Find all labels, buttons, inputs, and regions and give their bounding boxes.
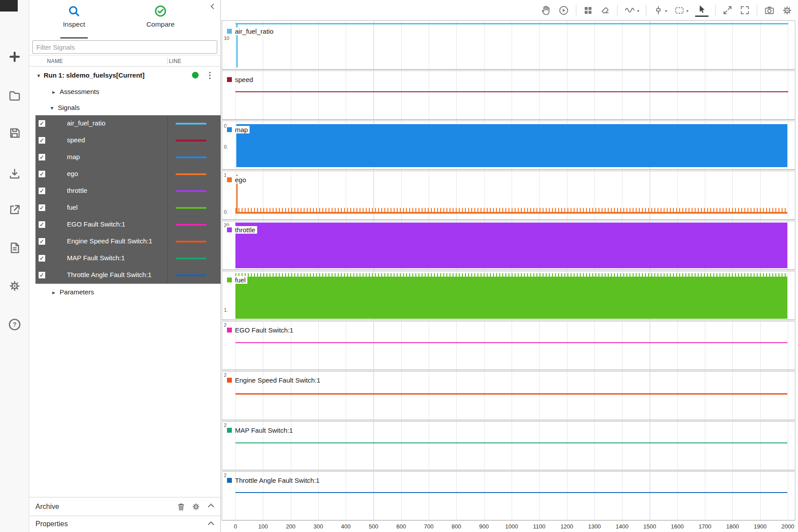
signal-name: speed [67, 136, 163, 144]
import-icon [8, 167, 21, 180]
x-tick: 1900 [754, 523, 767, 530]
signal-checkbox[interactable] [38, 221, 46, 228]
x-tick: 1300 [588, 523, 601, 530]
pointer-tool-button[interactable] [695, 4, 708, 17]
run-row[interactable]: Run 1: sldemo_fuelsys[Current] [29, 66, 220, 83]
subplot-throttle-angle-fault-switch[interactable]: 2 Throttle Angle Fault Switch:1 [222, 471, 795, 520]
signal-checkbox[interactable] [38, 120, 46, 127]
signal-line-sample [176, 156, 207, 158]
signal-trace [235, 342, 787, 344]
signal-row[interactable]: fuel [35, 200, 221, 216]
fullscreen-button[interactable] [739, 5, 750, 16]
signal-row[interactable]: Engine Speed Fault Switch:1 [35, 233, 221, 250]
signal-line-sample [176, 140, 207, 141]
signal-name: Engine Speed Fault Switch:1 [67, 237, 163, 245]
signal-row[interactable]: throttle [35, 183, 221, 200]
subplot-speed[interactable]: speed [222, 70, 795, 120]
collapse-panel-button[interactable] [208, 2, 217, 11]
subplot-fuel[interactable]: 1. fuel [222, 271, 795, 320]
column-header-line: LINE [169, 58, 181, 64]
import-button[interactable] [6, 165, 23, 183]
signal-display-button[interactable] [624, 4, 639, 16]
open-button[interactable] [6, 86, 23, 104]
subplot-throttle[interactable]: 20 throttle [222, 221, 795, 270]
archive-trash-button[interactable] [176, 502, 186, 512]
subplot-ego-fault-switch[interactable]: 2 EGO Fault Switch:1 [222, 321, 795, 370]
legend-swatch-icon [227, 29, 232, 34]
signal-row[interactable]: speed [35, 132, 221, 149]
signal-row[interactable]: air_fuel_ratio [35, 115, 221, 132]
group-assessments[interactable]: Assessments [29, 83, 220, 99]
column-divider [167, 166, 168, 183]
replay-button[interactable] [558, 5, 569, 16]
group-signals[interactable]: Signals [29, 99, 220, 115]
subplot-map-fault-switch[interactable]: 2 MAP Fault Switch:1 [222, 421, 795, 470]
signal-row[interactable]: map [35, 149, 221, 166]
signal-checkbox[interactable] [38, 187, 46, 195]
help-button[interactable]: ? [6, 316, 23, 333]
signal-name: fuel [67, 203, 163, 211]
signal-row[interactable]: ego [35, 166, 221, 183]
subplot-ego[interactable]: 1. 0. ego [222, 171, 795, 220]
legend-label: Engine Speed Fault Switch:1 [235, 376, 321, 384]
clear-plots-button[interactable] [600, 5, 610, 16]
table-header: NAME LINE [29, 55, 220, 66]
signal-line-sample [176, 224, 207, 226]
chevron-up-icon[interactable] [208, 521, 214, 528]
chevron-down-icon[interactable] [37, 71, 40, 79]
chevron-right-icon[interactable] [52, 288, 55, 296]
chevron-down-icon [636, 6, 639, 14]
signal-line-sample [176, 241, 207, 243]
legend-label: map [235, 126, 248, 133]
signal-line-sample [176, 274, 207, 276]
inspect-panel: Inspect Compare NAME LINE Run 1: sldemo_… [29, 0, 221, 532]
signal-row[interactable]: MAP Fault Switch:1 [35, 250, 221, 267]
column-divider [167, 233, 168, 250]
tab-compare[interactable]: Compare [134, 4, 187, 28]
chevron-down-icon[interactable] [51, 104, 54, 111]
fit-to-view-button[interactable] [722, 5, 733, 16]
archive-section[interactable]: Archive [29, 497, 220, 516]
signal-row[interactable]: EGO Fault Switch:1 [35, 216, 221, 233]
add-button[interactable] [6, 48, 23, 66]
chevron-down-icon [664, 6, 667, 14]
signal-line-sample [176, 258, 207, 259]
properties-section[interactable]: Properties [29, 516, 220, 532]
plot-grid [235, 171, 788, 219]
archive-settings-button[interactable] [191, 502, 201, 512]
x-tick: 700 [424, 523, 434, 530]
plot-settings-button[interactable] [782, 5, 793, 16]
tab-inspect[interactable]: Inspect [47, 4, 101, 28]
export-button[interactable] [6, 201, 23, 219]
pan-button[interactable] [540, 5, 552, 16]
signal-checkbox[interactable] [38, 153, 46, 161]
kebab-menu-icon[interactable] [206, 70, 214, 80]
group-parameters[interactable]: Parameters [29, 284, 220, 300]
chevron-up-icon[interactable] [208, 504, 214, 510]
x-tick: 300 [313, 523, 323, 530]
layout-button[interactable] [583, 5, 593, 16]
chevron-right-icon[interactable] [52, 88, 55, 95]
signal-checkbox[interactable] [38, 238, 46, 245]
help-icon: ? [8, 317, 22, 332]
signal-checkbox[interactable] [38, 271, 46, 279]
data-cursor-button[interactable] [653, 5, 667, 16]
snapshot-button[interactable] [764, 5, 775, 16]
legend-label: ego [235, 176, 246, 184]
window-corner-artifact [0, 0, 18, 12]
signal-row[interactable]: Throttle Angle Fault Switch:1 [35, 267, 221, 284]
subplot-engine-speed-fault-switch[interactable]: 2 Engine Speed Fault Switch:1 [222, 371, 795, 420]
preferences-button[interactable] [6, 277, 23, 295]
save-button[interactable] [6, 124, 23, 142]
subplot-air-fuel-ratio[interactable]: 10 air_fuel_ratio [222, 20, 795, 70]
signal-checkbox[interactable] [38, 204, 46, 211]
report-button[interactable] [6, 239, 23, 257]
zoom-select-button[interactable] [674, 5, 688, 16]
signal-checkbox[interactable] [38, 137, 46, 144]
filter-signals-input[interactable] [32, 40, 217, 54]
subplot-map[interactable]: 0. 0. map [222, 121, 795, 170]
signal-checkbox[interactable] [38, 254, 46, 262]
legend-label: EGO Fault Switch:1 [235, 326, 293, 334]
signal-checkbox[interactable] [38, 170, 46, 178]
trash-icon [176, 502, 186, 512]
